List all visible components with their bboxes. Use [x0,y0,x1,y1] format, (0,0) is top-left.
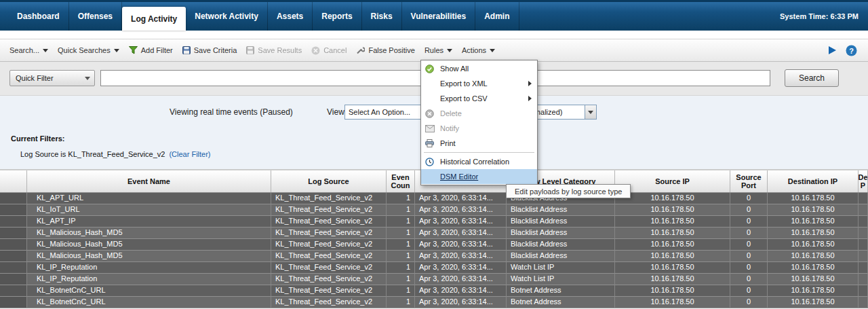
tab-offenses[interactable]: Offenses [69,2,122,31]
cell-time: Apr 3, 2020, 6:33:14... [415,228,507,239]
tab-admin[interactable]: Admin [475,2,519,31]
display-mode-select-arrow[interactable] [585,105,597,120]
tab-reports[interactable]: Reports [313,2,361,31]
cell-count: 1 [387,262,415,274]
table-body: KL_APT_URLKL_Threat_Feed_Service_v21Apr … [0,193,868,308]
current-filter-line: Log Source is KL_Threat_Feed_Service_v2(… [20,150,211,158]
table-row[interactable]: KL_APT_URLKL_Threat_Feed_Service_v21Apr … [0,193,868,204]
cell-event: KL_APT_IP [27,216,271,228]
toolbar-actions-button[interactable]: Actions [462,46,495,54]
toolbar-save-criteria-button[interactable]: Save Criteria [182,46,237,54]
nav-tabs: DashboardOffensesLog ActivityNetwork Act… [0,2,519,31]
cell-time: Apr 3, 2020, 6:33:14... [415,297,507,308]
cell-time: Apr 3, 2020, 6:33:14... [415,193,507,204]
cell-dst_ip: 10.16.178.50 [768,216,859,228]
toolbar-items: Search...Quick SearchesAdd FilterSave Cr… [0,46,827,55]
chevron-down-icon [114,49,119,52]
column-header-event[interactable]: Event Name [27,170,271,192]
cell-time: Apr 3, 2020, 6:33:14... [415,262,507,274]
cell-dst_ip: 10.16.178.50 [768,251,859,262]
cell-dst_ip: 10.16.178.50 [768,193,859,204]
tab-log-activity[interactable]: Log Activity [122,7,186,31]
cell-source: KL_Threat_Feed_Service_v2 [271,274,387,285]
cell-src_port: 0 [730,193,768,204]
table-row[interactable]: KL_IP_ReputationKL_Threat_Feed_Service_v… [0,274,868,285]
toolbar-label: Quick Searches [58,46,111,54]
toolbar-label: Save Criteria [194,46,237,54]
cell-dst_port [859,251,868,262]
cell-category: Watch List IP [507,274,615,285]
menu-item-print[interactable]: Print [421,136,537,151]
toolbar-label: Add Filter [141,46,173,54]
table-row[interactable]: KL_Malicious_Hash_MD5KL_Threat_Feed_Serv… [0,239,868,251]
clear-filter-link[interactable]: (Clear Filter) [169,150,210,158]
toolbar-label: Actions [462,46,486,54]
cell-time: Apr 3, 2020, 6:33:14... [415,274,507,285]
tab-dashboard[interactable]: Dashboard [8,2,69,31]
toolbar-quick-searches-button[interactable]: Quick Searches [58,46,119,54]
quick-filter-dropdown[interactable]: Quick Filter [9,70,95,86]
blank-icon [425,172,437,181]
toolbar-label: Save Results [258,46,302,54]
cell-src_ip: 10.16.178.50 [615,204,730,216]
menu-item-export-to-csv[interactable]: Export to CSV [421,91,537,106]
menu-item-dsm-editor[interactable]: DSM Editor [421,169,537,184]
cell-blank [0,193,27,204]
cell-category: Blacklist Address [507,239,615,251]
cell-src_ip: 10.16.178.50 [615,262,730,274]
cell-event: KL_APT_URL [27,193,271,204]
cell-count: 1 [387,193,415,204]
toolbar-add-filter-button[interactable]: Add Filter [129,46,173,54]
cell-count: 1 [387,274,415,285]
submenu-arrow-icon [528,81,532,86]
menu-item-historical-correlation[interactable]: Historical Correlation [421,154,537,169]
toolbar-search-button[interactable]: Search... [9,46,48,54]
menu-item-show-all[interactable]: Show All [421,61,537,76]
cell-src_ip: 10.16.178.50 [615,228,730,239]
table-row[interactable]: KL_IoT_URLKL_Threat_Feed_Service_v21Apr … [0,204,868,216]
cell-src_ip: 10.16.178.50 [615,193,730,204]
tab-assets[interactable]: Assets [268,2,313,31]
cell-source: KL_Threat_Feed_Service_v2 [271,193,387,204]
table-row[interactable]: KL_BotnetCnC_URLKL_Threat_Feed_Service_v… [0,297,868,308]
cell-category: Botnet Address [507,285,615,297]
tab-risks[interactable]: Risks [362,2,402,31]
menu-item-label: Notify [440,124,459,132]
toolbar: Search...Quick SearchesAdd FilterSave Cr… [0,39,868,62]
toolbar-cancel-button: Cancel [311,46,347,55]
delete-icon [425,109,437,118]
column-header-dst-port[interactable]: De P [859,170,868,192]
menu-item-export-to-xml[interactable]: Export to XML [421,76,537,91]
column-header-dst-ip[interactable]: Destination IP [768,170,859,192]
svg-text:?: ? [849,46,854,54]
cell-dst_port [859,297,868,308]
table-row[interactable]: KL_Malicious_Hash_MD5KL_Threat_Feed_Serv… [0,251,868,262]
table-row[interactable]: KL_BotnetCnC_URLKL_Threat_Feed_Service_v… [0,285,868,297]
column-header-src-port[interactable]: Source Port [730,170,768,192]
play-icon[interactable] [827,45,837,56]
cell-time: Apr 3, 2020, 6:33:14... [415,204,507,216]
view-label: View: [327,107,347,117]
cell-dst_port [859,285,868,297]
column-header-src-ip[interactable]: Source IP [615,170,730,192]
toolbar-rules-button[interactable]: Rules [425,46,452,54]
table-row[interactable]: KL_APT_IPKL_Threat_Feed_Service_v21Apr 3… [0,216,868,228]
menu-item-delete: Delete [421,106,537,121]
tab-vulnerabilities[interactable]: Vulnerabilities [402,2,476,31]
toolbar-label: Cancel [323,46,347,54]
table-row[interactable]: KL_IP_ReputationKL_Threat_Feed_Service_v… [0,262,868,274]
help-icon[interactable]: ? [846,45,857,56]
menu-item-label: Historical Correlation [440,158,509,166]
cell-source: KL_Threat_Feed_Service_v2 [271,251,387,262]
submenu-arrow-icon [528,96,532,101]
search-button[interactable]: Search [785,69,839,87]
cell-time: Apr 3, 2020, 6:33:14... [415,216,507,228]
column-header-count[interactable]: Even Coun [387,170,415,192]
table-row[interactable]: KL_Malicious_Hash_MD5KL_Threat_Feed_Serv… [0,228,868,239]
cell-dst_port [859,193,868,204]
menu-item-label: Export to XML [440,79,488,88]
qradar-log-activity-screen: DashboardOffensesLog ActivityNetwork Act… [0,0,868,309]
column-header-source[interactable]: Log Source [271,170,387,192]
toolbar-false-positive-button[interactable]: False Positive [356,46,414,55]
tab-network-activity[interactable]: Network Activity [186,2,268,31]
